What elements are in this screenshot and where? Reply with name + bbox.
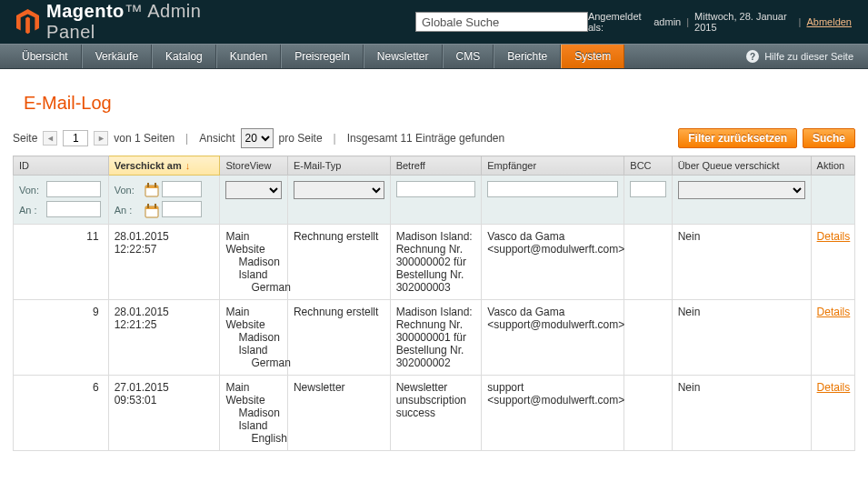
cell-type: Newsletter: [287, 375, 390, 450]
filter-type[interactable]: [294, 181, 384, 199]
pager-bar: Seite ◄ ► von 1 Seiten | Ansicht 20 pro …: [13, 128, 855, 148]
cell-queue: Nein: [672, 299, 811, 375]
page-title: E-Mail-Log: [24, 93, 855, 114]
help-link[interactable]: ? Hilfe zu dieser Seite: [732, 45, 868, 68]
current-date: Mittwoch, 28. Januar 2015: [694, 11, 793, 33]
nav-item-preisregeln[interactable]: Preisregeln: [281, 45, 364, 68]
cell-sent-at: 27.01.2015 09:53:01: [108, 375, 220, 450]
nav-item-newsletter[interactable]: Newsletter: [364, 45, 443, 68]
details-link[interactable]: Details: [817, 381, 851, 394]
calendar-icon[interactable]: [145, 183, 159, 197]
logged-in-label: Angemeldet als:: [588, 11, 648, 33]
table-row: 627.01.2015 09:53:01Main WebsiteMadison …: [14, 375, 855, 450]
logo: Magento™ Admin Panel: [16, 1, 234, 43]
total-count: Insgesamt 11 Einträge gefunden: [347, 132, 504, 145]
filter-recipient[interactable]: [487, 181, 618, 197]
col-subject[interactable]: Betreff: [390, 156, 482, 176]
cell-action: Details: [811, 375, 854, 450]
page-next-button[interactable]: ►: [94, 131, 108, 146]
global-search-input[interactable]: [415, 12, 588, 32]
filter-date-from[interactable]: [162, 181, 202, 197]
svg-marker-1: [25, 17, 30, 35]
table-row: 928.01.2015 12:21:25Main WebsiteMadison …: [14, 299, 855, 375]
filter-id-to[interactable]: [46, 201, 101, 217]
col-bcc[interactable]: BCC: [624, 156, 672, 176]
email-log-grid: ID Verschickt am↓ StoreView E-Mail-Typ B…: [13, 156, 855, 451]
per-page-select[interactable]: 20: [241, 128, 274, 148]
nav-item-übersicht[interactable]: Übersicht: [9, 45, 82, 68]
cell-id: 6: [14, 375, 109, 450]
cell-type: Rechnung erstellt: [287, 224, 390, 299]
logout-link[interactable]: Abmelden: [806, 16, 852, 27]
cell-store: Main WebsiteMadison IslandGerman: [220, 224, 287, 299]
svg-rect-9: [155, 204, 156, 208]
brand-text: Magento™ Admin Panel: [46, 1, 234, 43]
table-row: 1128.01.2015 12:22:57Main WebsiteMadison…: [14, 224, 855, 299]
cell-sent-at: 28.01.2015 12:22:57: [108, 224, 220, 299]
cell-bcc: [624, 224, 672, 299]
magento-logo-icon: [16, 8, 39, 35]
cell-queue: Nein: [672, 375, 811, 450]
filter-store[interactable]: [225, 181, 281, 199]
cell-id: 11: [14, 224, 109, 299]
cell-recipient: Vasco da Gama <support@modulwerft.com>: [482, 224, 624, 299]
col-action: Aktion: [811, 156, 854, 176]
details-link[interactable]: Details: [817, 306, 851, 318]
col-sent-at[interactable]: Verschickt am↓: [108, 156, 220, 176]
nav-item-berichte[interactable]: Berichte: [494, 45, 561, 68]
sort-desc-icon: ↓: [185, 160, 191, 171]
global-search: [415, 12, 588, 32]
cell-recipient: Vasco da Gama <support@modulwerft.com>: [482, 299, 624, 375]
svg-rect-4: [147, 183, 149, 187]
cell-store: Main WebsiteMadison IslandGerman: [220, 299, 287, 375]
search-button[interactable]: Suche: [803, 128, 855, 148]
page-number-input[interactable]: [63, 130, 88, 146]
calendar-icon[interactable]: [145, 204, 159, 218]
cell-bcc: [624, 299, 672, 375]
nav-item-system[interactable]: System: [561, 45, 624, 68]
details-link[interactable]: Details: [817, 230, 851, 243]
cell-subject: Madison Island: Rechnung Nr. 300000002 f…: [390, 224, 482, 299]
cell-subject: Madison Island: Rechnung Nr. 300000001 f…: [390, 299, 482, 375]
cell-queue: Nein: [672, 224, 811, 299]
cell-id: 9: [14, 299, 109, 375]
cell-type: Rechnung erstellt: [287, 299, 390, 375]
col-recipient[interactable]: Empfänger: [482, 156, 624, 176]
nav-item-katalog[interactable]: Katalog: [152, 45, 216, 68]
nav-item-kunden[interactable]: Kunden: [216, 45, 281, 68]
filter-id-from[interactable]: [46, 181, 101, 197]
filter-bcc[interactable]: [630, 181, 665, 197]
col-store[interactable]: StoreView: [220, 156, 287, 176]
reset-filter-button[interactable]: Filter zurücksetzen: [678, 128, 797, 148]
nav-item-verkäufe[interactable]: Verkäufe: [82, 45, 152, 68]
cell-action: Details: [811, 224, 854, 299]
filter-queue[interactable]: [678, 181, 805, 199]
cell-bcc: [624, 375, 672, 450]
filter-subject[interactable]: [396, 181, 476, 197]
col-type[interactable]: E-Mail-Typ: [287, 156, 390, 176]
header-meta: Angemeldet als: admin | Mittwoch, 28. Ja…: [588, 11, 852, 33]
cell-subject: Newsletter unsubscription success: [390, 375, 482, 450]
page-prev-button[interactable]: ◄: [43, 131, 57, 146]
nav-item-cms[interactable]: CMS: [443, 45, 494, 68]
cell-store: Main WebsiteMadison IslandEnglish: [220, 375, 287, 450]
help-icon: ?: [746, 50, 759, 63]
filter-row: Von: An : Von: An :: [14, 176, 855, 225]
cell-recipient: support <support@modulwerft.com>: [482, 375, 624, 450]
cell-action: Details: [811, 299, 854, 375]
col-id[interactable]: ID: [14, 156, 109, 176]
logged-in-user: admin: [653, 16, 681, 27]
cell-sent-at: 28.01.2015 12:21:25: [108, 299, 220, 375]
filter-date-to[interactable]: [162, 201, 202, 217]
top-nav: ÜbersichtVerkäufeKatalogKundenPreisregel…: [0, 44, 868, 69]
svg-rect-5: [155, 183, 156, 187]
admin-header: Magento™ Admin Panel Angemeldet als: adm…: [0, 0, 868, 44]
col-queue[interactable]: Über Queue verschickt: [672, 156, 811, 176]
svg-rect-8: [147, 204, 149, 208]
